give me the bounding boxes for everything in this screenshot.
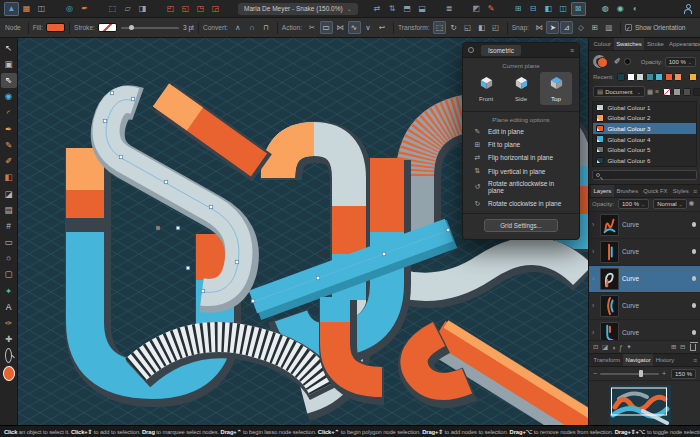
zoom-slider-knob[interactable] [639,370,643,377]
swatch-category-select[interactable]: ▤ Document ⌄ [593,86,645,97]
node-tool[interactable]: ⇖ [1,73,17,88]
layer-thumbnail[interactable] [600,268,619,290]
move-to-front-icon[interactable]: ⬒ [400,2,415,16]
recent-swatch-1[interactable] [617,73,625,81]
layer-row[interactable]: ›Curve [589,239,700,266]
isometric-panel-header[interactable]: Isometric ≡ [463,43,579,58]
expand-chevron-icon[interactable]: › [592,221,597,228]
sharpen-curve-icon[interactable]: ∨ [362,21,375,34]
mask-layer-icon[interactable]: ◪ [602,343,608,351]
convert-to-sharp-icon[interactable]: ∧ [231,21,244,34]
recent-swatch-2[interactable] [627,73,635,81]
global-colour-row[interactable]: Global Colour 5 [593,144,696,155]
flip-vertical-icon[interactable]: ⇅ [385,2,400,16]
snap-guides-icon[interactable]: ▥ [602,21,615,34]
break-curve-icon[interactable]: ✂ [306,21,319,34]
edit-all-layers-icon[interactable]: ⊡ [593,343,598,351]
export-persona-icon[interactable]: ◫ [34,2,49,16]
blend-mode-select[interactable]: Normal ⌄ [653,199,687,209]
pencil-tool[interactable]: ✎ [1,138,17,153]
visibility-toggle[interactable] [692,249,697,254]
move-tool[interactable]: ↖ [1,41,17,56]
group-layers-icon[interactable]: ⊟ [680,343,685,351]
global-colour-row[interactable]: Global Colour 1 [593,102,696,113]
expand-chevron-icon[interactable]: › [592,302,597,309]
snap-midpoint-icon[interactable]: ⋈ [532,21,545,34]
show-orientation-checkbox[interactable]: ✓ [625,24,632,31]
insert-on-top-icon[interactable]: ◰ [163,2,178,16]
grid-settings-button[interactable]: Grid Settings... [484,219,558,232]
snapping-toggle-icon[interactable]: ◎ [62,2,77,16]
boolean-add-icon[interactable]: ⊞ [511,2,526,16]
global-colour-row[interactable]: Global Colour 4 [593,134,696,145]
point-transform-tool[interactable]: ◉ [1,89,17,104]
layer-row[interactable]: ›Curve [589,320,700,340]
transform-mode-icon[interactable]: ⬚ [433,21,446,34]
colour-well[interactable] [3,366,15,381]
tab-navigator[interactable]: Navigator [623,354,653,366]
layer-row[interactable]: ›Curve [589,266,700,293]
quick-swatch-3[interactable] [683,88,691,96]
geometry-divide-icon[interactable]: ◐ [628,2,643,16]
plane-button-front[interactable]: Front [470,72,502,105]
panel-menu-icon[interactable]: ≡ [693,41,697,48]
boolean-divide-icon[interactable]: ◫ [556,2,571,16]
tab-transform[interactable]: Transform [591,354,623,366]
close-icon[interactable] [468,47,474,53]
vector-crop-tool[interactable]: # [1,219,17,234]
tab-swatches[interactable]: Swatches [614,38,645,50]
rectangle-tool[interactable]: ▭ [1,235,17,250]
delete-layer-icon[interactable] [690,344,696,351]
insert-layer-icon[interactable]: ⊞ [671,343,676,351]
visibility-toggle[interactable] [692,330,697,335]
artboard-tool[interactable]: ▣ [1,57,17,72]
boolean-combine-icon[interactable]: ⊠ [571,2,586,16]
boolean-subtract-icon[interactable]: ⊟ [526,2,541,16]
layer-row[interactable]: ›Curve [589,212,700,239]
visibility-toggle[interactable] [692,303,697,308]
snap-construction-icon[interactable]: ⊿ [560,21,573,34]
scale-selection-icon[interactable]: ◱ [461,21,474,34]
navigator-thumbnail[interactable] [609,385,671,425]
cycle-selection-box-icon[interactable]: ◨ [135,2,150,16]
plane-button-side[interactable]: Side [505,72,537,105]
zoom-value-select[interactable]: 150 % [671,369,696,379]
place-image-tool[interactable]: ▤ [1,202,17,217]
visibility-toggle[interactable] [692,276,697,281]
layer-thumbnail[interactable] [600,295,619,317]
tab-brushes[interactable]: Brushes [614,185,641,197]
layer-row[interactable]: ›Curve [589,293,700,320]
insert-behind-icon[interactable]: ◱ [178,2,193,16]
visibility-toggle[interactable] [692,222,697,227]
layer-thumbnail[interactable] [600,322,619,340]
account-icon[interactable] [683,4,692,14]
zoom-slider[interactable] [600,373,659,375]
tab-colour[interactable]: Colour [591,38,614,50]
panel-menu-icon[interactable]: ≡ [693,357,697,364]
style-pen-icon[interactable]: ✎ [484,2,499,16]
convert-to-smart-icon[interactable]: ⊓ [259,21,272,34]
stroke-width-value[interactable]: 3 pt [183,24,194,31]
transform-objects-separately-icon[interactable]: ⬚ [105,2,120,16]
recent-swatch-7[interactable] [674,73,682,81]
geometry-overlap-icon[interactable]: ◉ [613,2,628,16]
convert-to-smooth-icon[interactable]: ∩ [245,21,258,34]
tab-layers[interactable]: Layers [591,185,614,197]
edit-in-plane-toggle-icon[interactable]: ✒ [77,2,92,16]
style-picker-tool[interactable]: ✚ [1,332,17,347]
snap-grid-icon[interactable]: ⊞ [588,21,601,34]
panel-menu-icon[interactable]: ≡ [693,188,697,195]
layer-opacity-select[interactable]: 100 % ⌄ [618,199,649,209]
layer-effects-icon[interactable]: ƒ [619,344,623,351]
fill-tool[interactable]: ◧ [1,170,17,185]
pixel-persona-icon[interactable]: ▦ [19,2,34,16]
option-edit-in-plane[interactable]: ✎Edit in plane [463,125,579,138]
colour-wheel-icon[interactable] [593,55,606,68]
rotate-selection-icon[interactable]: ↻ [447,21,460,34]
current-colour-dot[interactable] [624,58,631,65]
recent-swatch-6[interactable] [665,73,673,81]
adjustment-icon[interactable]: ◑ [612,344,616,351]
stroke-swatch[interactable] [98,23,117,32]
expand-chevron-icon[interactable]: › [592,248,597,255]
global-colour-row[interactable]: Global Colour 3 [593,123,696,134]
